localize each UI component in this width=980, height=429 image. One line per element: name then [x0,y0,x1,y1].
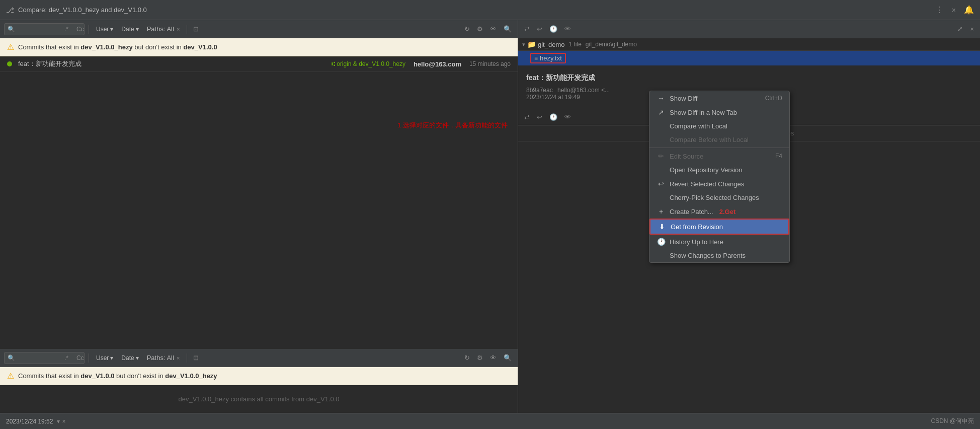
history-up-to-here-icon: 🕐 [657,238,666,246]
paths-x-1[interactable]: × [177,26,180,32]
chevron-x[interactable]: × [62,418,65,425]
create-patch-icon: + [657,207,666,216]
case-label-1[interactable]: Cc [76,26,84,33]
date-filter-1[interactable]: Date ▾ [118,25,141,34]
menu-show-diff-new-tab[interactable]: ↗ Show Diff in a New Tab [649,105,789,119]
paths-x-2[interactable]: × [177,355,180,361]
bell-icon[interactable]: 🔔 [964,5,974,15]
hamburger-icon: ≡ [534,55,538,62]
search-input-2[interactable] [17,354,62,362]
file-tree-header[interactable]: ▾ 📁 git_demo 1 file git_demo\git_demo [518,38,980,51]
right-panel: ⇄ ↩ 🕐 👁 ⤢ × ▾ 📁 git_demo 1 file git_demo… [518,20,980,413]
revert-label: Revert Selected Changes [670,180,744,188]
branch-bold-2a: dev_V1.0.0 [80,372,114,380]
get-label-badge: 2.Get [719,208,736,216]
cherry-icon-1[interactable]: ⚙ [475,24,485,34]
search-box-2[interactable]: 🔍 .* Cc [4,352,85,364]
show-diff-shortcut: Ctrl+D [765,95,782,102]
user-label-1: User [96,26,109,33]
menu-history-up-to-here[interactable]: 🕐 History Up to Here [649,235,789,249]
commit-detail-text: 新功能开发完成 [546,74,595,82]
user-filter-1[interactable]: User ▾ [93,25,116,34]
paths-filter-2[interactable]: Paths: All × [144,353,183,363]
info-text: dev_V1.0.0_hezy contains all commits fro… [0,385,518,413]
edit-source-shortcut: F4 [775,153,782,160]
case-label-2[interactable]: Cc [76,354,84,362]
menu-compare-local[interactable]: Compare with Local [649,119,789,133]
commit-email-1: hello@163.com [414,60,461,68]
revert-icon: ↩ [657,180,666,188]
menu-show-changes-parents[interactable]: Show Changes to Parents [649,249,789,262]
menu-show-diff[interactable]: → Show Diff Ctrl+D [649,91,789,105]
show-diff-new-tab-label: Show Diff in a New Tab [670,109,737,116]
new-tab-icon-1[interactable]: ⊡ [191,24,201,34]
branch-bold-1a: dev_V1.0.0_hezy [80,43,132,51]
undo-icon-bottom[interactable]: ↩ [535,112,544,122]
context-menu: → Show Diff Ctrl+D ↗ Show Diff in a New … [649,91,790,263]
warning-text-1: Commits that exist in dev_V1.0.0_hezy bu… [18,43,217,51]
refresh-icon-1[interactable]: ↻ [462,24,472,34]
menu-open-repo[interactable]: Open Repository Version [649,163,789,177]
chevron-up[interactable]: ▾ [57,418,60,425]
user-filter-2[interactable]: User ▾ [93,353,116,363]
eye-icon-right[interactable]: 👁 [562,24,573,34]
menu-compare-before-local: Compare Before with Local [649,133,789,147]
search-right-icon-2[interactable]: 🔍 [502,353,514,363]
compare-before-local-label: Compare Before with Local [670,136,749,144]
refresh-icon-2[interactable]: ↻ [462,353,472,363]
title-bar: ⎇ Compare: dev_V1.0.0_hezy and dev_V1.0.… [0,0,980,20]
clock-icon-bottom[interactable]: 🕐 [547,112,559,122]
compare-icon-right[interactable]: ⇄ [522,24,532,34]
search-right-icon-1[interactable]: 🔍 [502,24,514,34]
empty-area-1 [0,72,518,349]
repo-name: git_demo [538,41,564,48]
bottom-bar: 2023/12/24 19:52 ▾ × CSDN @何申亮 [0,413,980,429]
menu-cherry-pick[interactable]: Cherry-Pick Selected Changes [649,191,789,204]
cherry-icon-2[interactable]: ⚙ [475,353,485,363]
compare-icon-bottom[interactable]: ⇄ [522,112,532,122]
date-chevron-1: ▾ [136,26,139,33]
expand-icon-right[interactable]: ⤢ [955,24,965,34]
undo-icon-right[interactable]: ↩ [535,24,544,34]
window-title: Compare: dev_V1.0.0_hezy and dev_V1.0.0 [18,6,932,14]
eye-icon-1[interactable]: 👁 [488,24,499,34]
annotation-1: 1.选择对应的文件，具备新功能的文件 [397,121,508,130]
more-icon[interactable]: ⋮ [936,5,944,15]
commit-detail-msg: feat：新功能开发完成 [526,74,972,83]
regex-label-2[interactable]: .* [64,354,68,362]
user-label-2: User [96,354,109,362]
folder-icon: 📁 [527,40,536,48]
search-input-1[interactable] [17,26,62,33]
menu-create-patch[interactable]: + Create Patch... 2.Get [649,204,789,219]
create-patch-label: Create Patch... [670,208,713,216]
commit-email-angle: <... [601,87,610,94]
date-filter-2[interactable]: Date ▾ [118,353,141,363]
repo-path: git_demo\git_demo [586,41,637,48]
paths-filter-1[interactable]: Paths: All × [144,24,183,34]
close-button[interactable]: × [952,6,956,14]
file-item-hezy[interactable]: ≡ hezy.txt [518,51,980,65]
clock-icon-right[interactable]: 🕐 [547,24,559,34]
warning-banner-2: ⚠ Commits that exist in dev_V1.0.0 but d… [0,367,518,385]
new-tab-icon-2[interactable]: ⊡ [191,353,201,363]
eye-icon-2[interactable]: 👁 [488,353,499,363]
commit-hash: 8b9a7eac [526,87,553,94]
eye-icon-bottom[interactable]: 👁 [562,112,573,122]
regex-label-1[interactable]: .* [64,26,68,33]
edit-source-icon: ✏ [657,152,666,160]
show-diff-icon: → [657,94,666,102]
menu-revert[interactable]: ↩ Revert Selected Changes [649,177,789,191]
user-chevron-1: ▾ [110,26,113,33]
menu-get-from-revision[interactable]: ⬇ Get from Revision [649,219,789,235]
commit-row-1[interactable]: feat：新功能开发完成 ⑆ origin & dev_V1.0.0_hezy … [0,56,518,72]
close-icon-right[interactable]: × [968,24,976,34]
get-from-revision-label: Get from Revision [671,223,723,231]
user-chevron-2: ▾ [110,354,113,362]
search-box-1[interactable]: 🔍 .* Cc [4,23,85,35]
search-icon: 🔍 [8,26,15,33]
chevron-icon: ▾ [522,41,525,48]
tag-badge-1: ⑆ origin & dev_V1.0.0_hezy [332,60,405,67]
file-count: 1 file [568,41,581,48]
commit-tags-1: ⑆ origin & dev_V1.0.0_hezy [332,60,405,67]
get-from-revision-icon: ⬇ [658,223,667,231]
